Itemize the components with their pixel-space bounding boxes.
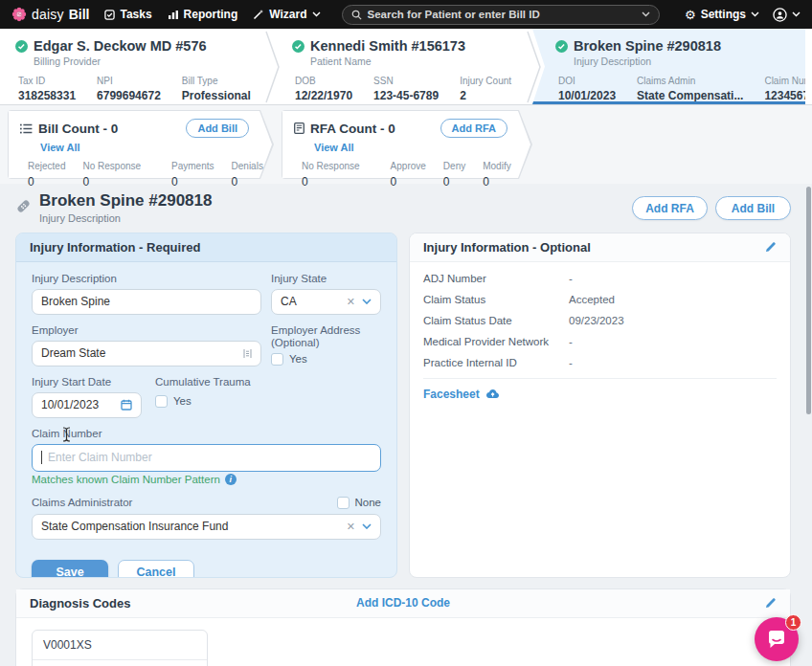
injury-state-select[interactable]: CA ✕ — [271, 289, 381, 315]
claims-administrator-label: Claims Administrator — [32, 497, 132, 508]
bill-view-all-link[interactable]: View All — [40, 142, 80, 153]
employer-address-label: Employer Address — [271, 324, 381, 336]
cumulative-trauma-yes-label: Yes — [173, 395, 192, 407]
rfa-document-icon — [294, 122, 304, 134]
employer-field-icon — [243, 348, 252, 359]
diagnosis-code-card[interactable]: V0001XS Ped on foot injured in collision… — [32, 630, 208, 666]
rfa-stat-no-response: No Response0 — [302, 161, 360, 189]
rfa-stat-approve: Approve0 — [391, 161, 426, 189]
top-navbar: daisyBill Tasks Reporting Wizard Search … — [0, 0, 812, 29]
add-bill-button[interactable]: Add Bill — [186, 119, 249, 138]
injury-description-input[interactable] — [41, 295, 252, 308]
claim-number-input[interactable] — [48, 451, 372, 464]
chat-launcher-button[interactable]: 1 — [755, 617, 799, 661]
bill-list-icon — [20, 123, 33, 134]
edit-pencil-icon[interactable] — [764, 241, 777, 254]
claims-admin-none-checkbox[interactable] — [337, 497, 350, 509]
cumulative-trauma-yes-checkbox[interactable] — [155, 395, 168, 408]
select-chevron-down-icon — [362, 523, 372, 529]
claims-admin-none-label: None — [355, 497, 382, 508]
page-title: Broken Spine #290818 — [39, 192, 212, 211]
edit-pencil-icon[interactable] — [764, 597, 777, 610]
injury-page-header: Broken Spine #290818 Injury Description … — [15, 192, 791, 224]
injury-start-date-input[interactable] — [41, 398, 115, 411]
nav-wizard[interactable]: Wizard — [253, 8, 320, 21]
injury-doi: DOI 10/01/2023 — [558, 76, 616, 102]
injury-description-field[interactable] — [32, 289, 261, 315]
nav-account-menu[interactable] — [773, 8, 801, 22]
brand-text-daisy: daisy — [32, 7, 64, 22]
page-add-rfa-button[interactable]: Add RFA — [632, 196, 708, 220]
info-icon[interactable]: i — [225, 474, 237, 485]
cloud-upload-icon — [485, 388, 500, 399]
rfa-stat-modify: Modify0 — [483, 161, 510, 189]
injury-state-value: CA — [281, 295, 340, 308]
search-placeholder: Search for Patient or enter Bill ID — [368, 9, 636, 20]
nav-wizard-label: Wizard — [269, 8, 306, 21]
billing-provider-card[interactable]: Edgar S. Deckow MD #576 Billing Provider… — [0, 29, 271, 104]
employer-address-yes-label: Yes — [289, 353, 307, 365]
injury-claim-number: Claim Number 12345678 — [764, 76, 812, 102]
settings-chevron-down-icon — [751, 11, 759, 17]
rfa-count-title: RFA Count - 0 — [310, 122, 395, 136]
account-chevron-down-icon — [792, 11, 801, 17]
add-rfa-button[interactable]: Add RFA — [440, 119, 508, 138]
clear-x-icon[interactable]: ✕ — [347, 522, 355, 532]
nav-settings[interactable]: ⚙ Settings — [685, 8, 759, 21]
clear-x-icon[interactable]: ✕ — [347, 297, 355, 307]
global-search-input[interactable]: Search for Patient or enter Bill ID — [342, 5, 660, 25]
gear-icon: ⚙ — [685, 9, 696, 21]
nav-reporting[interactable]: Reporting — [168, 8, 238, 21]
chevron-down-icon — [312, 11, 321, 17]
brand-text-bill: Bill — [69, 7, 90, 22]
text-cursor-ibeam-icon — [62, 427, 71, 442]
required-panel-title: Injury Information - Required — [16, 233, 396, 262]
calendar-icon[interactable] — [121, 399, 132, 411]
injury-info-optional-panel: Injury Information - Optional ADJ Number… — [409, 233, 791, 578]
scrollbar-thumb[interactable] — [806, 187, 811, 414]
claim-pattern-hint: Matches known Claim Number Pattern — [32, 474, 220, 485]
practice-internal-id-row: Practice Internal ID- — [423, 352, 777, 373]
employer-field[interactable] — [32, 341, 261, 366]
patient-dob: DOB 12/22/1970 — [295, 76, 352, 102]
rfa-view-all-link[interactable]: View All — [314, 142, 354, 153]
check-circle-icon — [292, 40, 304, 53]
employer-address-yes-checkbox[interactable] — [271, 353, 283, 366]
bandage-icon — [15, 198, 32, 214]
icd10-description: Ped on foot injured in collision w rolle… — [33, 660, 207, 666]
injury-start-date-field[interactable] — [32, 392, 142, 418]
daisybill-logo[interactable]: daisyBill — [11, 7, 89, 22]
injury-title: Broken Spine #290818 — [574, 38, 721, 54]
patient-title: Kennedi Smith #156173 — [310, 38, 465, 54]
employer-address-optional-label: (Optional) — [271, 337, 381, 348]
save-button[interactable]: Save — [32, 560, 108, 578]
nav-tasks[interactable]: Tasks — [104, 8, 151, 21]
claims-administrator-value: State Compensation Insurance Fund — [41, 520, 340, 533]
claims-administrator-select[interactable]: State Compensation Insurance Fund ✕ — [32, 514, 381, 540]
diagnosis-codes-title: Diagnosis Codes — [30, 596, 130, 610]
adj-number-row: ADJ Number- — [423, 268, 777, 289]
injury-start-date-label: Injury Start Date — [32, 376, 142, 388]
facesheet-link[interactable]: Facesheet — [423, 379, 777, 410]
user-avatar-icon — [773, 8, 787, 22]
cumulative-trauma-label: Cumulative Trauma — [155, 376, 251, 388]
bill-count-title: Bill Count - 0 — [38, 122, 118, 136]
claim-status-row: Claim StatusAccepted — [423, 289, 777, 310]
search-chevron-down-icon[interactable] — [642, 11, 650, 17]
add-icd10-code-link[interactable]: Add ICD-10 Code — [356, 596, 450, 610]
claim-number-field[interactable] — [32, 444, 381, 472]
check-circle-icon — [15, 40, 28, 53]
cancel-button[interactable]: Cancel — [118, 560, 194, 578]
employer-input[interactable] — [41, 346, 237, 360]
page-add-bill-button[interactable]: Add Bill — [715, 196, 791, 220]
injury-card-selected[interactable]: Broken Spine #290818 Injury Description … — [532, 29, 805, 104]
patient-card[interactable]: Kennedi Smith #156173 Patient Name DOB 1… — [271, 29, 532, 104]
bill-stat-rejected: Rejected0 — [28, 161, 65, 189]
bill-stat-no-response: No Response0 — [82, 161, 141, 189]
provider-subtitle: Billing Provider — [34, 56, 259, 67]
injury-claims-admin: Claims Admin State Compensati... — [637, 76, 743, 102]
claim-status-date-row: Claim Status Date09/23/2023 — [423, 310, 777, 331]
provider-npi: NPI 6799694672 — [97, 76, 161, 102]
injury-state-label: Injury State — [271, 273, 381, 284]
bar-chart-icon — [168, 10, 179, 20]
